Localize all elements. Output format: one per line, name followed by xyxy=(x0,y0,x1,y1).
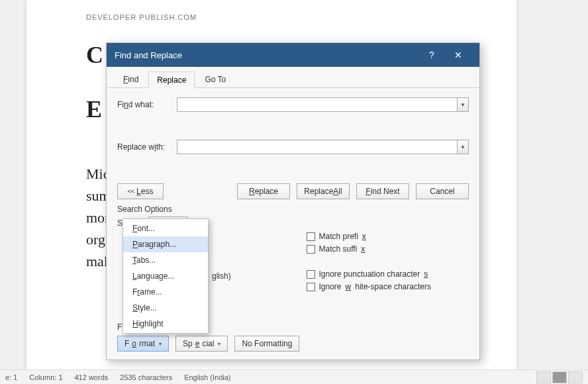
tab-find[interactable]: Find xyxy=(115,71,147,87)
caret-down-icon: ▾ xyxy=(218,341,220,347)
chevron-down-icon: ▼ xyxy=(460,102,466,108)
tab-replace[interactable]: Replace xyxy=(148,72,195,88)
checkbox-icon xyxy=(307,245,315,254)
view-web-icon[interactable] xyxy=(568,371,583,383)
checkbox-icon xyxy=(307,283,315,291)
replace-button[interactable]: Replace xyxy=(237,183,290,199)
replace-with-label: Replace with: xyxy=(117,142,170,152)
format-popup-menu: Font... Paragraph... Tabs... Language...… xyxy=(122,218,209,334)
find-what-input[interactable] xyxy=(177,97,457,112)
find-what-dropdown[interactable]: ▼ xyxy=(457,97,469,112)
ignore-punct-check[interactable]: Ignore punctuation characters xyxy=(307,269,469,279)
find-what-label: Find what: xyxy=(117,100,170,109)
replace-with-combo[interactable]: ▼ xyxy=(177,140,469,154)
checkbox-icon xyxy=(307,232,315,241)
status-language[interactable]: English (India) xyxy=(184,373,230,381)
view-print-icon[interactable] xyxy=(552,371,567,383)
match-prefix-check[interactable]: Match prefix xyxy=(307,232,469,241)
menu-highlight[interactable]: Highlight xyxy=(123,316,208,332)
dialog-title: Find and Replace xyxy=(115,50,418,60)
menu-font[interactable]: Font... xyxy=(123,220,208,236)
replace-with-input[interactable] xyxy=(177,140,457,154)
close-button[interactable]: ✕ xyxy=(445,43,471,67)
page-header: DEVELOPER PUBLISH.COM xyxy=(86,13,457,21)
menu-paragraph[interactable]: Paragraph... xyxy=(123,236,208,252)
status-line[interactable]: e: 1 xyxy=(5,373,17,381)
status-chars[interactable]: 2535 characters xyxy=(120,373,172,381)
help-button[interactable]: ? xyxy=(418,43,445,67)
chevron-down-icon: ▼ xyxy=(460,144,466,150)
find-next-button[interactable]: Find Next xyxy=(356,183,409,199)
special-menu-button[interactable]: Special▾ xyxy=(175,336,228,352)
search-options-label: Search Options xyxy=(107,201,479,215)
find-what-combo[interactable]: ▼ xyxy=(177,97,469,112)
status-words[interactable]: 412 words xyxy=(75,373,109,381)
dialog-titlebar[interactable]: Find and Replace ? ✕ xyxy=(107,43,479,67)
status-bar: e: 1 Column: 1 412 words 2535 characters… xyxy=(0,369,588,384)
menu-frame[interactable]: Frame... xyxy=(123,284,208,300)
close-icon: ✕ xyxy=(454,50,462,60)
less-button[interactable]: << Less xyxy=(117,183,164,199)
tab-goto[interactable]: Go To xyxy=(196,71,234,87)
options-right-col: Match prefix Match suffix Ignore punctua… xyxy=(307,216,469,314)
match-suffix-check[interactable]: Match suffix xyxy=(307,244,469,254)
view-read-icon[interactable] xyxy=(536,371,551,383)
menu-style[interactable]: Style... xyxy=(123,300,208,316)
cancel-button[interactable]: Cancel xyxy=(416,183,469,199)
format-menu-button[interactable]: Format▾ xyxy=(117,336,169,352)
view-buttons xyxy=(536,371,583,383)
ignore-white-check[interactable]: Ignore white-space characters xyxy=(307,282,469,291)
obscured-text: glish) xyxy=(212,271,231,281)
replace-with-dropdown[interactable]: ▼ xyxy=(457,140,469,154)
menu-language[interactable]: Language... xyxy=(123,268,208,284)
tab-strip: Find Replace Go To xyxy=(107,67,479,88)
no-formatting-button[interactable]: No Formatting xyxy=(234,336,299,352)
caret-down-icon: ▾ xyxy=(159,341,162,347)
checkbox-icon xyxy=(307,270,315,279)
replace-all-button[interactable]: Replace All xyxy=(297,183,350,199)
menu-tabs[interactable]: Tabs... xyxy=(123,252,208,268)
status-column[interactable]: Column: 1 xyxy=(29,373,62,381)
